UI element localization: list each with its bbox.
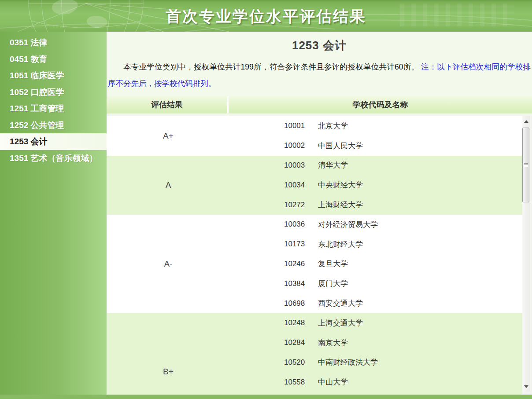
school-code: 10284: [284, 338, 306, 347]
grade-label: A+: [107, 116, 230, 156]
school-name: 上海交通大学: [318, 318, 363, 328]
grade-label: A-: [107, 215, 230, 313]
school-name: 中南财经政法大学: [318, 357, 378, 367]
school-rows: 10248上海交通大学10284南京大学10520中南财经政法大学10558中山…: [230, 313, 522, 395]
grade-group-A+: A+10001北京大学10002中国人民大学: [107, 116, 522, 156]
section-title: 1253 会计: [107, 38, 532, 53]
sidebar-item-1253[interactable]: 1253 会计: [0, 133, 107, 150]
sidebar: 0351 法律0451 教育1051 临床医学1052 口腔医学1251 工商管…: [0, 32, 107, 395]
school-name: 北京大学: [318, 121, 348, 131]
school-row: 10558中山大学: [230, 372, 522, 392]
school-row: 10034中央财经大学: [230, 175, 522, 195]
sidebar-item-0451[interactable]: 0451 教育: [0, 51, 107, 68]
school-row: 10698西安交通大学: [230, 293, 522, 313]
school-name: 复旦大学: [318, 259, 348, 269]
column-header-grade: 评估结果: [107, 96, 229, 113]
grade-group-B+: B+10248上海交通大学10284南京大学10520中南财经政法大学10558…: [107, 313, 522, 395]
school-code: 10034: [284, 181, 306, 190]
scrollbar-thumb[interactable]: [522, 128, 529, 202]
school-row: 10520中南财经政法大学: [230, 353, 522, 373]
school-name: 对外经济贸易大学: [318, 220, 378, 230]
table-scrollbar[interactable]: [522, 116, 530, 392]
school-row: 10284南京大学: [230, 333, 522, 353]
sidebar-item-1052[interactable]: 1052 口腔医学: [0, 84, 107, 101]
main-content: 1253 会计 本专业学位类别中，授权单位共计199所，符合参评条件且参评的授权…: [107, 32, 532, 395]
school-code: 10384: [284, 279, 306, 288]
school-row: 10003清华大学: [230, 156, 522, 176]
scrollbar-up-button[interactable]: [522, 117, 530, 125]
scrollbar-down-button[interactable]: [522, 382, 530, 391]
school-row: 10246复旦大学: [230, 254, 522, 274]
page-banner: 首次专业学位水平评估结果: [0, 0, 532, 32]
grade-label: B+: [107, 313, 230, 395]
school-name: 中国人民大学: [318, 141, 363, 151]
grade-label: A: [107, 156, 230, 215]
page-title: 首次专业学位水平评估结果: [0, 6, 532, 27]
grade-group-A-: A-10036对外经济贸易大学10173东北财经大学10246复旦大学10384…: [107, 215, 522, 313]
school-code: 10246: [284, 260, 306, 268]
school-name: 南京大学: [318, 338, 348, 348]
school-name: 中山大学: [318, 377, 348, 387]
arrow-up-icon: [524, 120, 528, 123]
school-row: 10384厦门大学: [230, 274, 522, 293]
school-row: 10248上海交通大学: [230, 313, 522, 333]
table-body-viewport: A+10001北京大学10002中国人民大学A10003清华大学10034中央财…: [107, 116, 532, 395]
school-row: 10036对外经济贸易大学: [230, 215, 522, 234]
school-code: 10248: [284, 318, 306, 327]
sidebar-item-1252[interactable]: 1252 公共管理: [0, 117, 107, 134]
intro-paragraph: 本专业学位类别中，授权单位共计199所，符合参评条件且参评的授权单位共计60所。…: [107, 59, 532, 92]
school-code: 10520: [284, 358, 306, 367]
intro-text: 本专业学位类别中，授权单位共计199所，符合参评条件且参评的授权单位共计60所。: [123, 62, 421, 71]
school-name: 厦门大学: [318, 278, 348, 289]
page: 首次专业学位水平评估结果 0351 法律0451 教育1051 临床医学1052…: [0, 0, 532, 399]
school-code: 10272: [284, 201, 306, 209]
school-code: 10002: [284, 141, 306, 150]
school-name: 西安交通大学: [318, 298, 363, 308]
school-row: 10002中国人民大学: [230, 136, 522, 156]
school-code: 10036: [284, 220, 306, 229]
school-rows: 10036对外经济贸易大学10173东北财经大学10246复旦大学10384厦门…: [230, 215, 522, 313]
school-row: 10272上海财经大学: [230, 195, 522, 215]
table-body: A+10001北京大学10002中国人民大学A10003清华大学10034中央财…: [107, 116, 522, 395]
school-row: 10001北京大学: [230, 116, 522, 136]
school-code: 10173: [284, 240, 306, 249]
school-rows: 10001北京大学10002中国人民大学: [230, 116, 522, 156]
sidebar-item-1051[interactable]: 1051 临床医学: [0, 67, 107, 84]
sidebar-menu: 0351 法律0451 教育1051 临床医学1052 口腔医学1251 工商管…: [0, 32, 107, 166]
sidebar-item-1251[interactable]: 1251 工商管理: [0, 100, 107, 117]
school-name: 中央财经大学: [318, 180, 363, 190]
school-rows: 10003清华大学10034中央财经大学10272上海财经大学: [230, 156, 522, 215]
school-name: 东北财经大学: [318, 239, 363, 249]
school-name: 清华大学: [318, 160, 348, 170]
scrollbar-grip-icon: [524, 163, 528, 167]
school-code: 10558: [284, 378, 306, 387]
sidebar-item-0351[interactable]: 0351 法律: [0, 34, 107, 51]
school-name: 上海财经大学: [318, 200, 363, 210]
school-code: 10003: [284, 161, 306, 170]
school-code: 10698: [284, 299, 306, 308]
school-row: 10173东北财经大学: [230, 234, 522, 254]
layout-card: 0351 法律0451 教育1051 临床医学1052 口腔医学1251 工商管…: [0, 32, 532, 395]
column-header-school: 学校代码及名称: [229, 96, 532, 113]
grade-group-A: A10003清华大学10034中央财经大学10272上海财经大学: [107, 156, 522, 215]
arrow-down-icon: [524, 385, 528, 388]
school-code: 10001: [284, 121, 306, 130]
table-header: 评估结果 学校代码及名称: [107, 96, 532, 113]
sidebar-item-1351[interactable]: 1351 艺术（音乐领域）: [0, 150, 107, 167]
